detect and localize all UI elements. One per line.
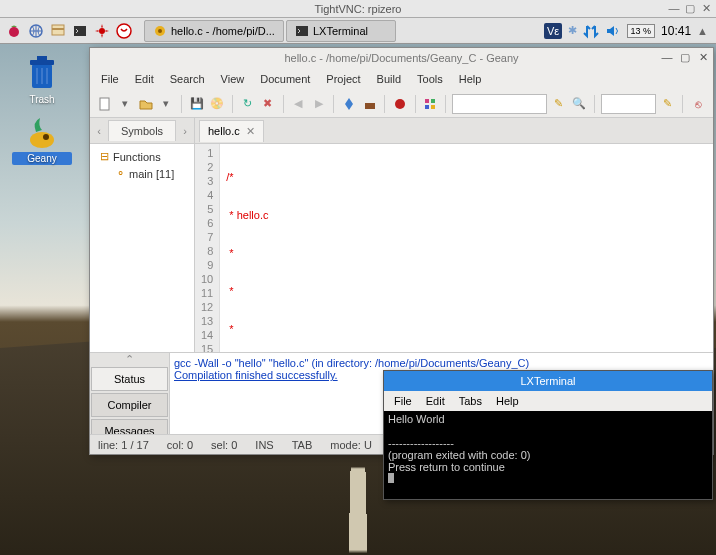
menu-help[interactable]: Help [452,71,489,87]
build-icon[interactable] [361,95,378,113]
dropdown-icon[interactable]: ▾ [157,95,174,113]
menu-view[interactable]: View [214,71,252,87]
dropdown-icon[interactable]: ▾ [116,95,133,113]
geany-app-icon [153,24,167,38]
forward-icon[interactable]: ▶ [310,95,327,113]
menu-edit[interactable]: Edit [128,71,161,87]
desktop-trash-label: Trash [12,94,72,105]
bottom-tab-compiler[interactable]: Compiler [91,393,168,417]
status-mode: mode: U [330,439,372,451]
menu-document[interactable]: Document [253,71,317,87]
sidebar-tab-symbols[interactable]: Symbols [108,120,176,141]
term-titlebar[interactable]: LXTerminal [384,371,712,391]
back-icon[interactable]: ◀ [290,95,307,113]
term-menubar: File Edit Tabs Help [384,391,712,411]
tree-node-functions[interactable]: ⊟Functions [94,148,190,165]
menu-build[interactable]: Build [370,71,408,87]
taskbar-app-geany[interactable]: hello.c - /home/pi/D... [144,20,284,42]
svg-rect-13 [30,60,54,65]
bluetooth-icon[interactable]: ✱ [568,24,577,37]
line-gutter: 1234567891011121314151617 [195,144,220,352]
status-ins: INS [255,439,273,451]
geany-titlebar[interactable]: hello.c - /home/pi/Documents/Geany_C - G… [90,48,713,68]
taskbar-app-terminal[interactable]: LXTerminal [286,20,396,42]
globe-icon[interactable] [26,21,46,41]
color-icon[interactable] [422,95,439,113]
svg-rect-21 [365,103,375,109]
svg-text:Vε: Vε [546,25,558,37]
menu-project[interactable]: Project [319,71,367,87]
menu-tools[interactable]: Tools [410,71,450,87]
window-maximize-icon[interactable]: ▢ [679,51,691,63]
run-icon[interactable] [391,95,408,113]
svg-rect-26 [431,105,435,109]
geany-toolbar: ▾ ▾ 💾 📀 ↻ ✖ ◀ ▶ ✎ 🔍 ✎ ⎋ [90,90,713,118]
new-file-icon[interactable] [96,95,113,113]
svg-rect-23 [425,99,429,103]
window-minimize-icon[interactable]: — [661,51,673,63]
window-close-icon[interactable]: ✕ [697,51,709,63]
search-icon[interactable]: 🔍 [571,95,588,113]
term-output[interactable]: Hello World ------------------ (program … [384,411,712,499]
status-col: col: 0 [167,439,193,451]
term-menu-file[interactable]: File [388,393,418,409]
search-brush-icon[interactable]: ✎ [550,95,567,113]
battery-indicator[interactable]: 13 % [627,24,656,38]
term-menu-help[interactable]: Help [490,393,525,409]
svg-point-22 [395,99,405,109]
vnc-close-icon[interactable]: ✕ [700,2,712,14]
red-circle-icon[interactable] [114,21,134,41]
svg-rect-24 [431,99,435,103]
geany-title-text: hello.c - /home/pi/Documents/Geany_C - G… [284,52,518,64]
menu-file[interactable]: File [94,71,126,87]
bottom-tab-status[interactable]: Status [91,367,168,391]
compiler-command: gcc -Wall -o "hello" "hello.c" (in direc… [174,357,709,369]
term-menu-tabs[interactable]: Tabs [453,393,488,409]
svg-rect-4 [74,26,86,36]
sidebar: ‹ Symbols › ⊟Functions ⚬main [11] [90,118,195,352]
open-file-icon[interactable] [137,95,154,113]
sidebar-next-icon[interactable]: › [176,125,194,137]
file-tab-hello[interactable]: hello.c ✕ [199,120,264,142]
bottom-tab-up-icon[interactable]: ⌃ [90,353,169,366]
network-icon[interactable] [583,23,599,39]
status-line: line: 1 / 17 [98,439,149,451]
vnc-tray-icon[interactable]: Vε [544,23,562,39]
close-tab-icon[interactable]: ✕ [246,125,255,138]
reload-icon[interactable]: ↻ [239,95,256,113]
quit-icon[interactable]: ⎋ [689,95,706,113]
burst-icon[interactable] [92,21,112,41]
tree-node-main[interactable]: ⚬main [11] [94,165,190,182]
save-all-icon[interactable]: 📀 [208,95,225,113]
file-manager-icon[interactable] [48,21,68,41]
desktop-geany-label: Geany [12,152,72,165]
goto-brush-icon[interactable]: ✎ [659,95,676,113]
goto-input[interactable] [601,94,656,114]
taskbar-app-terminal-label: LXTerminal [313,25,368,37]
taskbar: hello.c - /home/pi/D... LXTerminal Vε ✱ … [0,18,716,44]
terminal-icon[interactable] [70,21,90,41]
search-input[interactable] [452,94,547,114]
menu-search[interactable]: Search [163,71,212,87]
vnc-titlebar: TightVNC: rpizero — ▢ ✕ [0,0,716,18]
sidebar-prev-icon[interactable]: ‹ [90,125,108,137]
svg-rect-3 [52,28,64,30]
vnc-title-text: TightVNC: rpizero [314,3,401,15]
term-cursor [388,473,394,483]
desktop-geany[interactable]: Geany [12,112,72,165]
vnc-minimize-icon[interactable]: — [668,2,680,14]
panel-arrow-icon[interactable]: ▲ [697,25,708,37]
close-file-icon[interactable]: ✖ [259,95,276,113]
svg-rect-20 [100,98,109,110]
clock[interactable]: 10:41 [661,24,691,38]
code-editor[interactable]: 1234567891011121314151617 /* * hello.c *… [195,144,713,352]
volume-icon[interactable] [605,23,621,39]
term-menu-edit[interactable]: Edit [420,393,451,409]
desktop-trash[interactable]: Trash [12,54,72,105]
lxterminal-window: LXTerminal File Edit Tabs Help Hello Wor… [383,370,713,500]
file-tabs: hello.c ✕ [195,118,713,144]
save-icon[interactable]: 💾 [188,95,205,113]
raspberry-menu-icon[interactable] [4,21,24,41]
vnc-maximize-icon[interactable]: ▢ [684,2,696,14]
compile-icon[interactable] [340,95,357,113]
